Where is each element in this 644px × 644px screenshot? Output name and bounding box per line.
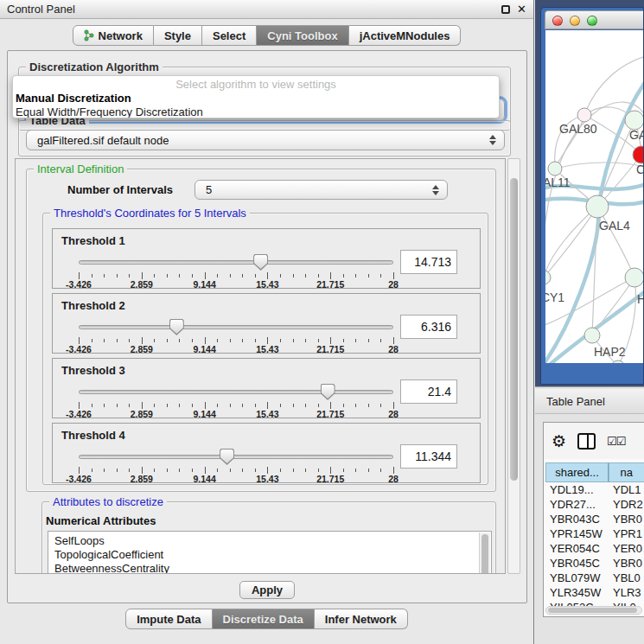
tick-label: 21.715	[316, 409, 344, 419]
dropdown-option-equal-width[interactable]: Equal Width/Frequency Discretization	[13, 105, 499, 118]
tick-mark	[79, 337, 80, 344]
slider-thumb[interactable]	[169, 319, 184, 335]
table-row[interactable]: YBL079WYBL0	[545, 571, 644, 585]
table-row[interactable]: YLR345WYLR3	[545, 585, 644, 600]
slider-thumb[interactable]	[321, 384, 335, 400]
threshold-value-field[interactable]: 6.316	[400, 315, 457, 339]
network-node-gal80[interactable]	[577, 108, 591, 122]
column-checkboxes-icon[interactable]: ☑☑	[607, 435, 625, 448]
table-row[interactable]: YDL19...YDL1	[545, 482, 644, 497]
tab-infer-network[interactable]: Infer Network	[315, 609, 408, 629]
threshold-value-field[interactable]: 11.344	[400, 444, 457, 469]
dropdown-option-prompt[interactable]: Select algorithm to view settings	[13, 78, 499, 92]
table-row[interactable]: YPR145WYPR1	[545, 526, 644, 541]
table-row[interactable]: YBR045CYBR0	[545, 556, 644, 571]
settings-scroll-viewport: Interval Definition Number of Intervals …	[15, 158, 506, 574]
tab-discretize-data[interactable]: Discretize Data	[213, 609, 315, 629]
network-node-h[interactable]	[625, 268, 643, 287]
table-cell-shared-name[interactable]: YDR27...	[545, 497, 609, 512]
table-cell-shared-name[interactable]: YBL079W	[545, 571, 609, 585]
column-header-shared-name[interactable]: shared...	[545, 462, 609, 482]
apply-button[interactable]: Apply	[239, 581, 295, 599]
minimize-traffic-light-icon[interactable]	[570, 16, 580, 26]
tick-mark	[368, 469, 369, 472]
network-node[interactable]	[625, 111, 643, 130]
tick-label: 9.144	[193, 279, 215, 290]
table-cell-shared-name[interactable]: YLR345W	[545, 585, 609, 600]
list-scrollbar[interactable]	[479, 532, 490, 574]
threshold-value-field[interactable]: 21.4	[400, 379, 457, 404]
network-canvas[interactable]: GAL80GACGAL11GAL4GCY1HHAP2	[545, 30, 643, 363]
number-of-intervals-select[interactable]: 5	[194, 180, 448, 200]
table-cell-name[interactable]: YBR0	[609, 556, 644, 571]
table-cell-name[interactable]: YDR2	[609, 497, 644, 512]
network-node-gal11[interactable]	[548, 162, 562, 175]
float-window-icon[interactable]	[501, 5, 510, 14]
table-cell-name[interactable]: YLR3	[609, 585, 644, 600]
vertical-scrollbar-thumb[interactable]	[510, 178, 518, 481]
tick-mark	[79, 467, 80, 474]
control-panel: Control Panel ✕ NetworkStyleSelectCyni T…	[0, 0, 534, 644]
network-window[interactable]: GAL80GACGAL11GAL4GCY1HHAP2	[540, 7, 644, 385]
split-table-icon[interactable]	[577, 433, 596, 450]
attribute-list-item[interactable]: TopologicalCoefficient	[48, 548, 491, 562]
table-panel-titlebar[interactable]: Table Panel	[535, 389, 644, 414]
tab-select[interactable]: Select	[202, 25, 257, 46]
threshold-slider[interactable]: -3.4262.8599.14415.4321.71528	[79, 383, 393, 418]
tab-impute-data[interactable]: Impute Data	[125, 609, 212, 629]
table-cell-shared-name[interactable]: YBR043C	[545, 512, 609, 526]
network-edge[interactable]	[555, 163, 643, 169]
vertical-scrollbar[interactable]	[507, 158, 520, 574]
network-node-gal4[interactable]	[586, 195, 609, 218]
tick-mark	[267, 402, 268, 409]
tick-label: 9.144	[193, 474, 215, 484]
table-row[interactable]: YBR043CYBR0	[545, 512, 644, 526]
table-cell-shared-name[interactable]: YPR145W	[545, 526, 609, 541]
table-row[interactable]: YDR27...YDR2	[545, 497, 644, 512]
table-data-select[interactable]: galFiltered.sif default node	[26, 130, 505, 150]
table-row[interactable]: YER054CYER0	[545, 541, 644, 556]
column-header-name[interactable]: na	[609, 462, 644, 482]
tick-mark	[255, 469, 256, 472]
slider-thumb[interactable]	[253, 254, 268, 271]
horizontal-scrollbar-thumb[interactable]	[548, 608, 637, 613]
table-cell-shared-name[interactable]: YDL19...	[545, 482, 609, 497]
network-window-titlebar[interactable]	[545, 10, 643, 29]
interval-definition-group-title: Interval Definition	[34, 163, 127, 175]
table-cell-name[interactable]: YER0	[609, 541, 644, 556]
numerical-attributes-list[interactable]: SelfLoopsTopologicalCoefficientBetweenne…	[48, 531, 492, 574]
threshold-slider[interactable]: -3.4262.8599.14415.4321.71528	[79, 253, 393, 288]
table-cell-shared-name[interactable]: YER054C	[545, 541, 609, 556]
table-cell-name[interactable]: YPR1	[609, 526, 644, 541]
slider-thumb[interactable]	[220, 449, 234, 465]
table-cell-name[interactable]: YBR0	[609, 512, 644, 526]
attribute-list-item[interactable]: BetweennessCentrality	[48, 562, 491, 574]
attributes-group-title: Attributes to discretize	[49, 495, 167, 508]
threshold-slider[interactable]: -3.4262.8599.14415.4321.71528	[79, 318, 393, 353]
table-cell-name[interactable]: YDL1	[609, 482, 644, 497]
network-edge[interactable]	[597, 207, 634, 277]
tick-mark	[380, 469, 381, 472]
network-node-gcy1[interactable]	[545, 271, 551, 284]
dropdown-option-manual-discretization[interactable]: Manual Discretization	[13, 92, 499, 105]
spinner-down-icon	[432, 191, 439, 195]
close-traffic-light-icon[interactable]	[552, 16, 563, 26]
attribute-list-item[interactable]: SelfLoops	[48, 534, 491, 548]
threshold-slider[interactable]: -3.4262.8599.14415.4321.71528	[79, 448, 393, 482]
network-edge[interactable]	[592, 207, 597, 335]
zoom-traffic-light-icon[interactable]	[587, 16, 597, 26]
threshold-value-field[interactable]: 14.713	[400, 250, 457, 274]
horizontal-scrollbar[interactable]	[545, 606, 642, 615]
gear-icon[interactable]: ⚙	[552, 433, 566, 450]
tab-cyni-toolbox[interactable]: Cyni Toolbox	[257, 25, 348, 46]
table-cell-name[interactable]: YBL0	[609, 571, 644, 585]
tick-label: 9.144	[193, 409, 215, 419]
table-cell-shared-name[interactable]: YBR045C	[545, 556, 609, 571]
tab-style[interactable]: Style	[154, 25, 202, 46]
tab-jactivemnodules[interactable]: jActiveMNodules	[349, 25, 462, 46]
tick-mark	[79, 402, 80, 409]
network-edge[interactable]	[584, 56, 643, 115]
close-icon[interactable]: ✕	[517, 3, 526, 15]
tab-network[interactable]: Network	[73, 25, 154, 46]
network-node-hap2[interactable]	[584, 328, 600, 343]
